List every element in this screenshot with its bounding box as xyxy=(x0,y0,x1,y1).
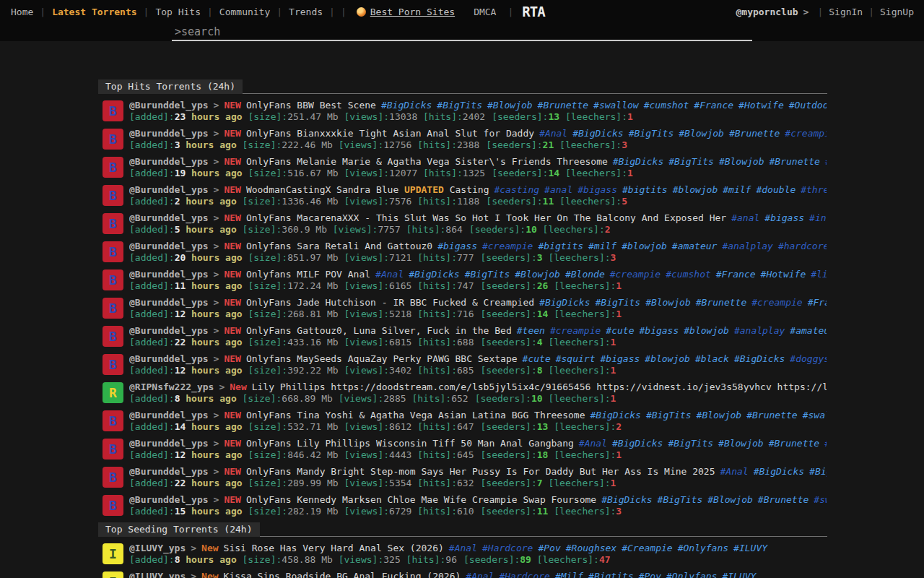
tag-link[interactable]: #milf xyxy=(588,241,616,251)
username-link[interactable]: @RIPNsfw222_yps xyxy=(129,381,214,392)
tag-link[interactable]: #cute xyxy=(606,325,634,336)
tag-link[interactable]: #bigass xyxy=(764,212,804,223)
nav-trends[interactable]: Trends xyxy=(289,7,323,17)
tag-link[interactable]: #blowjob xyxy=(684,325,729,336)
tag-link[interactable]: #Hardcore xyxy=(499,571,549,578)
tag-link[interactable]: #lingeri… xyxy=(811,269,827,280)
nav-top-hits[interactable]: Top Hits xyxy=(155,7,201,17)
user-avatar[interactable]: B xyxy=(103,326,123,347)
username-link[interactable]: @ILUVY_yps xyxy=(129,571,186,578)
tag-link[interactable]: #doggystyle xyxy=(790,353,827,364)
tag-link[interactable]: #Blowjob xyxy=(515,269,560,280)
username-link[interactable]: @Burunddel_yps xyxy=(129,494,209,505)
tag-link[interactable]: #BigDicks xyxy=(590,410,641,420)
user-avatar[interactable]: B xyxy=(103,410,123,431)
tag-link[interactable]: #bigtits xyxy=(538,241,583,251)
tag-link[interactable]: #hardcore xyxy=(778,241,827,251)
user-avatar[interactable]: B xyxy=(103,298,123,319)
tag-link[interactable]: #ILUVY xyxy=(722,571,756,578)
username-link[interactable]: @Burunddel_yps xyxy=(129,410,209,420)
tag-link[interactable]: #teen xyxy=(517,325,545,336)
tag-link[interactable]: #BigDicks xyxy=(409,269,459,280)
user-avatar[interactable]: B xyxy=(103,495,123,516)
tag-link[interactable]: #Blonde xyxy=(565,269,605,280)
username-link[interactable]: @Burunddel_yps xyxy=(129,297,209,308)
tag-link[interactable]: #BigTits xyxy=(629,128,674,139)
tag-link[interactable]: #anal xyxy=(544,184,572,195)
tag-link[interactable]: #Brunette xyxy=(746,410,797,420)
tag-link[interactable]: #Roughsex xyxy=(566,543,616,553)
tag-link[interactable]: #blowjob xyxy=(673,184,718,195)
username-link[interactable]: @Burunddel_yps xyxy=(129,156,209,167)
tag-link[interactable]: #Anal xyxy=(466,571,494,578)
username-link[interactable]: @Burunddel_yps xyxy=(129,212,209,223)
tag-link[interactable]: #Hotwife xyxy=(761,269,806,280)
tag-link[interactable]: #Blowjob xyxy=(487,100,533,111)
tag-link[interactable]: #Brunette xyxy=(758,494,808,505)
user-avatar[interactable]: I xyxy=(103,571,123,578)
tag-link[interactable]: #Blowjob xyxy=(697,410,742,420)
tag-link[interactable]: #blowjob xyxy=(645,353,690,364)
tag-link[interactable]: #Hardcore xyxy=(482,543,533,553)
user-avatar[interactable]: B xyxy=(103,269,123,290)
tag-link[interactable]: #creampie xyxy=(610,269,661,280)
tag-link[interactable]: #Pov xyxy=(639,571,661,578)
tag-link[interactable]: #Bigtits xyxy=(588,571,634,578)
tag-link[interactable]: #BigTits xyxy=(668,438,713,449)
nav-dmca[interactable]: DMCA xyxy=(474,7,496,17)
username-link[interactable]: @Burunddel_yps xyxy=(129,128,209,139)
username-link[interactable]: @ILUVY_yps xyxy=(129,543,186,553)
tag-link[interactable]: #BigTits xyxy=(809,466,827,477)
user-avatar[interactable]: B xyxy=(103,467,123,488)
tag-link[interactable]: #bigass xyxy=(639,325,679,336)
user-avatar[interactable]: B xyxy=(103,439,123,460)
tag-link[interactable]: #BigDicks xyxy=(612,438,663,449)
tag-link[interactable]: #Blowjob xyxy=(645,297,691,308)
tag-link[interactable]: #black xyxy=(695,353,729,364)
tag-link[interactable]: #BigTits xyxy=(646,410,692,420)
tag-link[interactable]: #analplay xyxy=(722,241,772,251)
tag-link[interactable]: #Creampie xyxy=(622,543,672,553)
tag-link[interactable]: #France xyxy=(808,297,827,308)
tag-link[interactable]: #bigass xyxy=(437,241,477,251)
tag-link[interactable]: #ILUVY xyxy=(733,543,767,553)
tag-link[interactable]: #milf xyxy=(723,184,751,195)
tag-link[interactable]: #threesome… xyxy=(801,184,827,195)
tag-link[interactable]: #BigDicks xyxy=(754,466,804,477)
nav-latest-torrents[interactable]: Latest Torrents xyxy=(52,7,136,17)
tag-link[interactable]: #cumshot xyxy=(666,269,711,280)
username-link[interactable]: @Burunddel_yps xyxy=(129,100,209,111)
username-link[interactable]: @Burunddel_yps xyxy=(129,466,209,477)
tag-link[interactable]: #bigass xyxy=(578,184,617,195)
tag-link[interactable]: #swallow xyxy=(803,410,827,420)
tag-link[interactable]: #Blowjob xyxy=(718,438,764,449)
tag-link[interactable]: #Brunette xyxy=(769,438,819,449)
username-link[interactable]: @Burunddel_yps xyxy=(129,241,209,251)
tag-link[interactable]: #Anal xyxy=(449,543,477,553)
tag-link[interactable]: #analplay xyxy=(734,325,785,336)
tag-link[interactable]: #Onlyfans xyxy=(666,571,717,578)
tag-link[interactable]: #Brunette xyxy=(729,128,780,139)
nav-community[interactable]: Community xyxy=(219,7,270,17)
tag-link[interactable]: #Anal xyxy=(375,269,404,280)
tag-link[interactable]: #creampie xyxy=(482,241,533,251)
user-avatar[interactable]: R xyxy=(103,382,123,403)
user-avatar[interactable]: B xyxy=(103,100,123,121)
tag-link[interactable]: #BigDicks xyxy=(601,494,652,505)
user-avatar[interactable]: B xyxy=(103,129,123,150)
user-avatar[interactable]: B xyxy=(103,185,123,206)
tag-link[interactable]: #BigDicks xyxy=(539,297,590,308)
tag-link[interactable]: #Blowjob xyxy=(719,156,764,167)
username-link[interactable]: @Burunddel_yps xyxy=(129,184,209,195)
tag-link[interactable]: #cumshot xyxy=(644,100,689,111)
username-link[interactable]: @Burunddel_yps xyxy=(129,269,209,280)
user-avatar[interactable]: B xyxy=(103,354,123,375)
user-avatar[interactable]: I xyxy=(103,543,123,564)
username-link[interactable]: @Burunddel_yps xyxy=(129,353,209,364)
tag-link[interactable]: #swall… xyxy=(824,438,827,449)
signup-button[interactable]: SignUp xyxy=(880,7,914,17)
nav-home[interactable]: Home xyxy=(11,7,33,17)
tag-link[interactable]: #Anal xyxy=(579,438,607,449)
user-avatar[interactable]: B xyxy=(103,157,123,178)
tag-link[interactable]: #cute xyxy=(523,353,551,364)
